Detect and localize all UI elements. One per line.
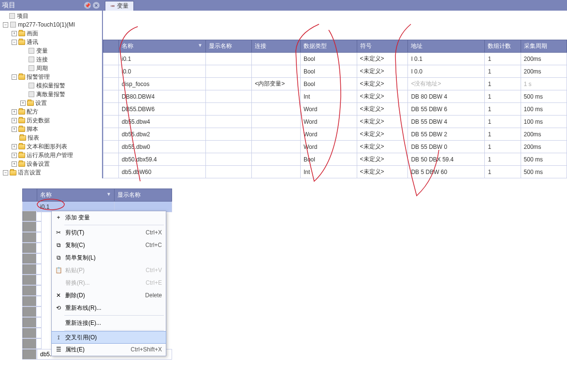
context-menu-item[interactable]: ⟲重新布线(R)...: [52, 302, 166, 314]
context-menu-item[interactable]: ⧉简单复制(L): [52, 251, 166, 264]
expander-icon[interactable]: +: [12, 109, 17, 115]
cell-datatype[interactable]: Bool: [300, 53, 357, 65]
expander-icon[interactable]: +: [12, 161, 17, 167]
cell-connection[interactable]: [252, 65, 301, 78]
grid-header[interactable]: 显示名称: [205, 40, 251, 53]
cell-name[interactable]: db55.dbw0: [118, 141, 205, 153]
cell-cycle[interactable]: 1 s: [521, 78, 567, 90]
expander-icon[interactable]: +: [12, 153, 17, 158]
tree-node[interactable]: +运行系统用户管理: [0, 151, 102, 160]
cell-symbol[interactable]: <未定义>: [357, 128, 408, 141]
tree-node[interactable]: +脚本: [0, 125, 102, 133]
tree-node[interactable]: −mp277-Touch10(1)(MI: [0, 20, 102, 29]
cell-datatype[interactable]: Word: [300, 141, 357, 153]
cell-connection[interactable]: [252, 53, 301, 65]
cell-connection[interactable]: [252, 116, 301, 128]
cell-display[interactable]: [205, 103, 251, 116]
project-tree-body[interactable]: 项目−mp277-Touch10(1)(MI+画面−通讯变量连接周期−报警管理模…: [0, 11, 102, 178]
cell-display[interactable]: [205, 153, 251, 166]
context-menu-item[interactable]: ✕删除(D)Delete: [52, 289, 166, 302]
row-header[interactable]: [103, 103, 119, 116]
grid-row[interactable]: DB80.DBW4Int<未定义>DB 80 DBW 41500 ms: [103, 90, 567, 103]
tree-node[interactable]: +历史数据: [0, 116, 102, 125]
cell-connection[interactable]: [252, 153, 301, 166]
expander-icon[interactable]: −: [12, 74, 17, 80]
cell-datatype[interactable]: Int: [300, 90, 357, 103]
cell-symbol[interactable]: <未定义>: [357, 53, 408, 65]
cell-array[interactable]: 1: [485, 153, 521, 166]
cell-address[interactable]: DB 55 DBW 0: [408, 141, 485, 153]
cell-symbol[interactable]: <未定义>: [357, 78, 408, 90]
cell-display[interactable]: [205, 90, 251, 103]
grid-row[interactable]: db55.dbw0Word<未定义>DB 55 DBW 01200ms: [103, 141, 567, 153]
expander-icon[interactable]: +: [12, 31, 17, 36]
context-menu-item[interactable]: 重新连接(E)...: [52, 317, 166, 329]
mini-header-name[interactable]: 名称▼: [37, 189, 115, 202]
cell-display[interactable]: [205, 166, 251, 178]
close-icon[interactable]: ×: [92, 1, 100, 9]
expander-icon[interactable]: −: [3, 22, 8, 28]
context-menu-item[interactable]: ✂剪切(T)Ctrl+X: [52, 226, 166, 239]
tree-node[interactable]: +配方: [0, 107, 102, 116]
cell-address[interactable]: DB 55 DBW 2: [408, 128, 485, 141]
tree-node[interactable]: 离散量报警: [0, 90, 102, 99]
tree-node[interactable]: +设备设置: [0, 160, 102, 168]
cell-array[interactable]: 1: [485, 78, 521, 90]
context-menu-item[interactable]: ⟟交叉引用(O): [51, 331, 166, 344]
cell-array[interactable]: 1: [485, 141, 521, 153]
cell-display[interactable]: [205, 78, 251, 90]
cell-symbol[interactable]: <未定义>: [357, 65, 408, 78]
cell-datatype[interactable]: Word: [300, 116, 357, 128]
cell-datatype[interactable]: Int: [300, 166, 357, 178]
cell-datatype[interactable]: Word: [300, 128, 357, 141]
cell-array[interactable]: 1: [485, 128, 521, 141]
grid-row[interactable]: i0.1Bool<未定义>I 0.11200ms: [103, 53, 567, 65]
expander-icon[interactable]: +: [20, 101, 26, 106]
cell-cycle[interactable]: 500 ms: [521, 90, 567, 103]
grid-header[interactable]: 采集周期: [521, 40, 567, 53]
cell-connection[interactable]: [252, 166, 301, 178]
cell-display[interactable]: [205, 53, 251, 65]
cell-address[interactable]: DB 55 DBW 4: [408, 116, 485, 128]
variables-grid[interactable]: 名称▼显示名称连接数据类型符号地址数组计数采集周期i0.1Bool<未定义>I …: [103, 40, 567, 178]
cell-address[interactable]: DB 55 DBW 6: [408, 103, 485, 116]
cell-address[interactable]: DB 5 DBW 60: [408, 166, 485, 178]
cell-connection[interactable]: [252, 141, 301, 153]
tree-node[interactable]: 模拟量报警: [0, 81, 102, 90]
cell-address[interactable]: <没有地址>: [408, 78, 485, 90]
cell-array[interactable]: 1: [485, 90, 521, 103]
cell-cycle[interactable]: 200ms: [521, 128, 567, 141]
grid-row[interactable]: db55.dbw2Word<未定义>DB 55 DBW 21200ms: [103, 128, 567, 141]
pin-icon[interactable]: 📌: [84, 1, 91, 9]
tab-variables[interactable]: ≔ 变量: [105, 1, 134, 11]
cell-datatype[interactable]: Bool: [300, 65, 357, 78]
grid-row[interactable]: disp_focos<内部变量>Bool<未定义><没有地址>11 s: [103, 78, 567, 90]
cell-name[interactable]: db50.dbx59.4: [118, 153, 205, 166]
grid-header[interactable]: 名称▼: [118, 40, 205, 53]
cell-address[interactable]: I 0.0: [408, 65, 485, 78]
cell-symbol[interactable]: <未定义>: [357, 103, 408, 116]
expander-icon[interactable]: +: [12, 144, 17, 149]
expander-icon[interactable]: −: [3, 170, 8, 175]
cell-name[interactable]: i0.1: [118, 53, 205, 65]
cell-name[interactable]: DB55.DBW6: [118, 103, 205, 116]
cell-cycle[interactable]: 200ms: [521, 141, 567, 153]
cell-connection[interactable]: [252, 103, 301, 116]
cell-array[interactable]: 1: [485, 166, 521, 178]
grid-header[interactable]: 数组计数: [485, 40, 521, 53]
cell-connection[interactable]: <内部变量>: [252, 78, 301, 90]
grid-row[interactable]: db50.dbx59.4Bool<未定义>DB 50 DBX 59.41500 …: [103, 153, 567, 166]
cell-symbol[interactable]: <未定义>: [357, 166, 408, 178]
grid-row[interactable]: db55.dbw4Word<未定义>DB 55 DBW 41100 ms: [103, 116, 567, 128]
grid-header[interactable]: 数据类型: [300, 40, 357, 53]
cell-symbol[interactable]: <未定义>: [357, 141, 408, 153]
context-menu[interactable]: +添加 变量✂剪切(T)Ctrl+X⧉复制(C)Ctrl+C⧉简单复制(L)📋粘…: [51, 211, 166, 356]
cell-array[interactable]: 1: [485, 53, 521, 65]
cell-display[interactable]: [205, 141, 251, 153]
grid-row[interactable]: db5.dbW60Int<未定义>DB 5 DBW 601500 ms: [103, 166, 567, 178]
cell-address[interactable]: DB 50 DBX 59.4: [408, 153, 485, 166]
context-menu-item[interactable]: ☰属性(E)Ctrl+Shift+X: [52, 343, 166, 356]
row-header[interactable]: [103, 116, 119, 128]
cell-datatype[interactable]: Word: [300, 103, 357, 116]
cell-name[interactable]: db55.dbw4: [118, 116, 205, 128]
